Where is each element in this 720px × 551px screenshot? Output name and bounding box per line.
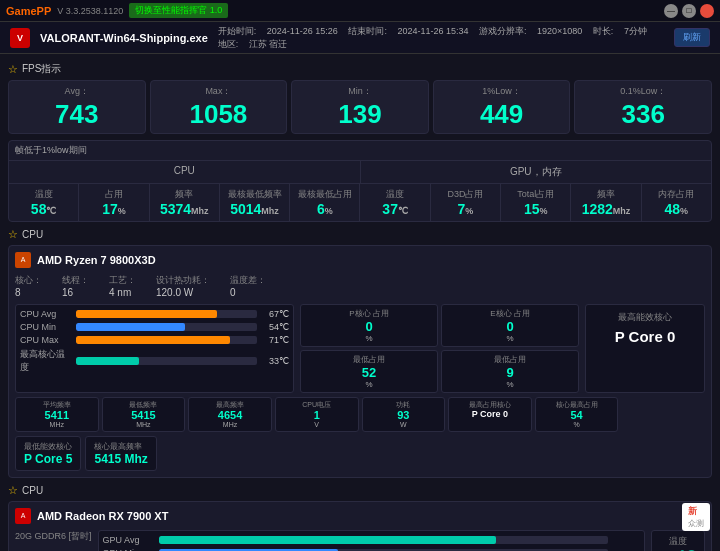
max-freq-metric: 最高频率 4654 MHz xyxy=(188,397,272,432)
perf-cell-5: 温度37℃ xyxy=(360,184,430,221)
cpu-chart-row-1: CPU Min 54℃ xyxy=(20,322,289,332)
perf-cell-6: D3D占用7% xyxy=(431,184,501,221)
perf-row: 温度58℃占用17%频率5374Mhz最核最低频率5014Mhz最核最低占用6%… xyxy=(9,184,711,221)
cpu-tdp-info: 温度差： 0 xyxy=(230,274,266,298)
maximize-button[interactable]: □ xyxy=(682,4,696,18)
gpu-section-title: CPU xyxy=(22,485,43,496)
watermark: 新 众测 xyxy=(682,503,710,531)
watermark-brand: 新 xyxy=(688,505,704,518)
gpu-header: GPU，内存 xyxy=(361,161,712,183)
cpu-chart-area: CPU Avg 67℃ CPU Min 54℃ CPU Max 71℃ 最高核心… xyxy=(15,304,294,393)
power-metric: 功耗 93 W xyxy=(362,397,446,432)
fps-star-icon: ☆ xyxy=(8,63,18,76)
end-label: 结束时间: xyxy=(348,26,387,36)
cpu-chart-row-2: CPU Max 71℃ xyxy=(20,335,289,345)
gpu-temp-label: 温度 xyxy=(660,535,696,548)
duration-label: 时长: xyxy=(593,26,614,36)
perf-title: 帧低于1%low期间 xyxy=(9,141,711,161)
gpu-model-name: AMD Radeon RX 7900 XT xyxy=(37,510,168,522)
gpu-memory-info: 20G GDDR6 [暂时] xyxy=(15,530,92,543)
perf-cell-2: 频率5374Mhz xyxy=(150,184,220,221)
perf-header: CPU GPU，内存 xyxy=(9,161,711,184)
title-bar-left: GamePP V 3.3.2538.1120 切换至性能指挥官 1.0 xyxy=(6,3,228,18)
duration-value: 7分钟 xyxy=(624,26,647,36)
minimize-button[interactable]: — xyxy=(664,4,678,18)
close-button[interactable] xyxy=(700,4,714,18)
fps-card-0: Avg：743 xyxy=(8,80,146,134)
fps-grid: Avg：743Max：1058Min：1391%Low：4490.1%Low：3… xyxy=(8,80,712,134)
fps-section-header: ☆ FPS指示 xyxy=(8,62,712,76)
min-usage-card: 最低占用 52 % xyxy=(300,350,438,393)
cpu-chart-row-3: 最高核心温度 33℃ xyxy=(20,348,289,374)
game-name: VALORANT-Win64-Shipping.exe xyxy=(40,32,208,44)
cpu-brand-icon: A xyxy=(15,252,31,268)
fps-card-3: 1%Low：449 xyxy=(433,80,571,134)
perf-cell-4: 最核最低占用6% xyxy=(290,184,360,221)
gpu-temp-card: 温度 37℃ xyxy=(651,530,705,551)
cpu-section-header: ☆ CPU xyxy=(8,228,712,241)
max-core-metric: 最高占用核心 P Core 0 xyxy=(448,397,532,432)
region-label: 地区: xyxy=(218,39,239,49)
cpu-chart-row-0: CPU Avg 67℃ xyxy=(20,309,289,319)
gpu-chart-row-0: GPU Avg xyxy=(103,535,641,545)
cpu-threads-info: 线程： 16 xyxy=(62,274,89,298)
fps-card-1: Max：1058 xyxy=(150,80,288,134)
perf-cell-9: 内存占用48% xyxy=(642,184,711,221)
cpu-cores-info: 核心： 8 xyxy=(15,274,42,298)
gpu-star-icon: ☆ xyxy=(8,484,18,497)
perf-cell-3: 最核最低频率5014Mhz xyxy=(220,184,290,221)
cpu-process-info: 工艺： 4 nm xyxy=(109,274,136,298)
max-usage-card: 最低占用 9 % xyxy=(441,350,579,393)
cpu-section-title: CPU xyxy=(22,229,43,240)
gpu-content-row: 20G GDDR6 [暂时] GPU Avg GPU Min 温度 37℃ xyxy=(15,530,705,551)
core-usage-metric: 核心最高占用 54 % xyxy=(535,397,619,432)
min-freq-metric: 最低频率 5415 MHz xyxy=(102,397,186,432)
cpu-info-grid: 核心： 8 线程： 16 工艺： 4 nm 设计热功耗： 120.0 W 温度差… xyxy=(15,274,705,298)
fps-section-title: FPS指示 xyxy=(22,62,61,76)
toggle-button[interactable]: 切换至性能指挥官 1.0 xyxy=(129,3,228,18)
cpu-header-row: A AMD Ryzen 7 9800X3D xyxy=(15,252,705,268)
app-version: V 3.3.2538.1120 xyxy=(57,6,123,16)
gpu-card: A AMD Radeon RX 7900 XT 20G GDDR6 [暂时] G… xyxy=(8,501,712,551)
best-core-card: 最高能效核心 P Core 0 xyxy=(585,304,705,393)
gpu-section-header: ☆ CPU xyxy=(8,484,712,497)
window-controls: — □ xyxy=(664,4,714,18)
e-core-usage-card: E核心 占用 0 % xyxy=(441,304,579,347)
cpu-stats-grid: P核心 占用 0 % E核心 占用 0 % 最低占用 52 % 最低占用 9 xyxy=(300,304,579,393)
app-logo: GamePP xyxy=(6,5,51,17)
perf-section: 帧低于1%low期间 CPU GPU，内存 温度58℃占用17%频率5374Mh… xyxy=(8,140,712,222)
avg-freq-metric: 平均频率 5411 MHz xyxy=(15,397,99,432)
gpu-brand-icon: A xyxy=(15,508,31,524)
watermark-sub: 众测 xyxy=(688,518,704,529)
cpu-extra-row: 最低能效核心 P Core 5 核心最高频率 5415 Mhz xyxy=(15,436,705,471)
bottom-metrics-row: 平均频率 5411 MHz 最低频率 5415 MHz 最高频率 4654 MH… xyxy=(15,397,705,432)
cpu-star-icon: ☆ xyxy=(8,228,18,241)
app-meta: 开始时间: 2024-11-26 15:26 结束时间: 2024-11-26 … xyxy=(218,25,664,51)
cpu-voltage-metric: CPU电压 1 V xyxy=(275,397,359,432)
start-label: 开始时间: xyxy=(218,26,257,36)
cpu-card: A AMD Ryzen 7 9800X3D 核心： 8 线程： 16 工艺： 4… xyxy=(8,245,712,478)
resolution-value: 1920×1080 xyxy=(537,26,582,36)
fps-card-4: 0.1%Low：336 xyxy=(574,80,712,134)
p-core-usage-card: P核心 占用 0 % xyxy=(300,304,438,347)
start-time: 2024-11-26 15:26 xyxy=(267,26,338,36)
main-content: ☆ FPS指示 Avg：743Max：1058Min：1391%Low：4490… xyxy=(0,54,720,551)
cpu-main-grid: CPU Avg 67℃ CPU Min 54℃ CPU Max 71℃ 最高核心… xyxy=(15,304,705,393)
perf-cell-0: 温度58℃ xyxy=(9,184,79,221)
end-time: 2024-11-26 15:34 xyxy=(397,26,468,36)
region-value: 江苏 宿迁 xyxy=(249,39,288,49)
cpu-model-name: AMD Ryzen 7 9800X3D xyxy=(37,254,156,266)
gpu-header-row: A AMD Radeon RX 7900 XT xyxy=(15,508,705,524)
cpu-header: CPU xyxy=(9,161,361,183)
extra-card-1: 最低能效核心 P Core 5 xyxy=(15,436,81,471)
resolution-label: 游戏分辨率: xyxy=(479,26,527,36)
perf-cell-8: 频率1282Mhz xyxy=(571,184,641,221)
app-header: V VALORANT-Win64-Shipping.exe 开始时间: 2024… xyxy=(0,22,720,54)
title-bar: GamePP V 3.3.2538.1120 切换至性能指挥官 1.0 — □ xyxy=(0,0,720,22)
gpu-chart-area: GPU Avg GPU Min xyxy=(98,530,646,551)
fps-card-2: Min：139 xyxy=(291,80,429,134)
refresh-button[interactable]: 刷新 xyxy=(674,28,710,47)
perf-cell-7: Total占用15% xyxy=(501,184,571,221)
extra-card-2: 核心最高频率 5415 Mhz xyxy=(85,436,156,471)
game-icon: V xyxy=(10,28,30,48)
